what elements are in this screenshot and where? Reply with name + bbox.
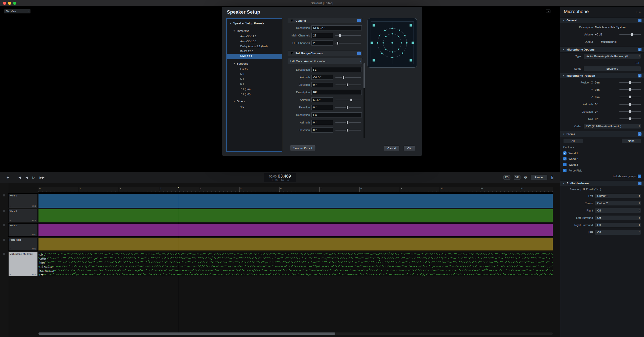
- solo-button[interactable]: S: [34, 248, 36, 250]
- waveform-row[interactable]: LFE: [38, 272, 553, 276]
- lfe-channels-field[interactable]: 2: [311, 40, 333, 46]
- gear-icon[interactable]: ⚙: [524, 175, 527, 180]
- fl-azimuth-field[interactable]: -52.5 °: [311, 75, 333, 80]
- tree-root-presets[interactable]: ▼ Speaker Setup Presets: [227, 21, 282, 26]
- info-icon[interactable]: i: [638, 132, 641, 136]
- disclosure-triangle-icon[interactable]: ▼: [230, 22, 232, 25]
- add-icon[interactable]: +: [10, 205, 11, 207]
- azimuth-slider[interactable]: [619, 104, 641, 105]
- track-handle[interactable]: [3, 224, 5, 226]
- capture-wand3-checkbox[interactable]: ✓: [563, 163, 567, 166]
- add-icon[interactable]: +: [10, 273, 11, 276]
- solo-button[interactable]: S: [34, 234, 36, 236]
- disclosure-triangle-icon[interactable]: ▼: [563, 49, 565, 51]
- track-lane-wand1[interactable]: [38, 193, 553, 208]
- track-header-multichannel-mic[interactable]: Multichannel Mic Syste +MS: [8, 252, 38, 276]
- preset-item[interactable]: Auro-3D 13.1: [227, 39, 282, 44]
- section-header-hardware[interactable]: ▼ Audio Hardware i: [560, 180, 644, 186]
- main-channels-field[interactable]: 22: [311, 33, 333, 38]
- preset-item[interactable]: 7.1 (3/4): [227, 87, 282, 92]
- position-x-slider[interactable]: [619, 82, 641, 83]
- preset-item[interactable]: Auro-3D 11.1: [227, 34, 282, 39]
- fast-forward-button[interactable]: ▶▶: [39, 176, 45, 179]
- preset-item[interactable]: 5.1: [227, 76, 282, 81]
- fr-elevation-field[interactable]: 0 °: [311, 105, 333, 110]
- mute-button[interactable]: M: [32, 205, 34, 207]
- stems-none-button[interactable]: None: [621, 138, 641, 143]
- section-header-stems[interactable]: ▼ Stems i: [560, 131, 644, 137]
- disclosure-triangle-icon[interactable]: ▼: [233, 100, 235, 103]
- fl-azimuth-slider[interactable]: [335, 77, 361, 78]
- dialog-section-full-range[interactable]: ▼ Full Range Channels i: [288, 51, 363, 56]
- stems-all-button[interactable]: All: [563, 138, 583, 143]
- slider-handle[interactable]: [346, 106, 349, 109]
- disclosure-triangle-icon[interactable]: ▼: [290, 51, 294, 56]
- waveform-row[interactable]: Right Surround: [38, 268, 553, 272]
- disclosure-triangle-icon[interactable]: ▼: [290, 18, 294, 23]
- fr-description-field[interactable]: FR: [311, 90, 362, 95]
- include-new-groups-checkbox[interactable]: ✓: [638, 175, 641, 178]
- fr-elevation-slider[interactable]: [335, 107, 361, 108]
- fc-description-field[interactable]: FC: [311, 112, 362, 117]
- dialog-section-general[interactable]: ▼ General i: [288, 18, 363, 23]
- disclosure-triangle-icon[interactable]: ▼: [233, 63, 235, 65]
- edit-mode-dropdown[interactable]: Edit Mode: Azimuth/Elevation ▲▼: [288, 58, 363, 64]
- waveform-row[interactable]: Left: [38, 252, 553, 256]
- minimize-window-button[interactable]: [8, 2, 11, 5]
- info-icon[interactable]: i: [357, 19, 361, 22]
- fc-elevation-field[interactable]: 0 °: [311, 128, 333, 133]
- center-output-dropdown[interactable]: Output 2 ▲▼: [595, 201, 641, 206]
- fc-azimuth-slider[interactable]: [335, 122, 361, 123]
- play-button[interactable]: ▷: [32, 176, 35, 179]
- setup-button[interactable]: Speakers: [583, 66, 641, 71]
- time-ruler[interactable]: 0 1 2 3 4 5 6 7 8 9 10 11 12 13: [38, 187, 553, 193]
- section-header-options[interactable]: ▼ Microphone Options i: [560, 47, 644, 53]
- capture-wand1-checkbox[interactable]: ✓: [563, 151, 567, 155]
- scrollbar-thumb[interactable]: [364, 63, 365, 88]
- add-icon[interactable]: +: [10, 234, 11, 236]
- mute-button[interactable]: M: [32, 273, 34, 276]
- display-icon[interactable]: [546, 10, 550, 13]
- skip-to-start-button[interactable]: |◀: [18, 176, 21, 179]
- fl-description-field[interactable]: FL: [311, 67, 362, 72]
- preset-item[interactable]: 6.1: [227, 81, 282, 87]
- scrollbar-thumb[interactable]: [38, 332, 335, 335]
- info-icon[interactable]: i: [638, 182, 641, 185]
- waveform-row[interactable]: Left Surround: [38, 264, 553, 268]
- slider-handle[interactable]: [346, 83, 349, 87]
- elevation-slider[interactable]: [619, 111, 641, 112]
- disclosure-triangle-icon[interactable]: ▼: [563, 182, 565, 185]
- view-mode-dropdown[interactable]: Top View ▲▼: [4, 9, 31, 14]
- fr-azimuth-slider[interactable]: [335, 100, 361, 100]
- order-dropdown[interactable]: ZXY (Roll/Elevation/Azimuth) ▲▼: [583, 124, 641, 129]
- dialog-scrollbar[interactable]: [364, 63, 365, 138]
- add-object-button[interactable]: +: [7, 175, 9, 180]
- cancel-button[interactable]: Cancel: [384, 145, 399, 151]
- lfe-channels-slider[interactable]: [335, 43, 361, 44]
- slider-handle[interactable]: [629, 110, 631, 113]
- info-icon[interactable]: i: [357, 52, 361, 55]
- slider-handle[interactable]: [336, 41, 339, 45]
- fl-elevation-field[interactable]: 0 °: [311, 82, 333, 87]
- waveform-row[interactable]: Right: [38, 260, 553, 264]
- slider-handle[interactable]: [346, 129, 349, 132]
- position-z-slider[interactable]: [619, 97, 641, 97]
- slider-handle[interactable]: [339, 34, 341, 37]
- capture-wand2-checkbox[interactable]: ✓: [563, 157, 567, 160]
- track-header-wand3[interactable]: Wand 3 +MS: [8, 223, 38, 237]
- track-header-wand2[interactable]: Wand 2 +MS: [8, 209, 38, 222]
- horizontal-scrollbar[interactable]: [38, 332, 553, 335]
- preset-item[interactable]: Dolby Atmos 9.1 (bed): [227, 44, 282, 49]
- left-output-dropdown[interactable]: Output 1 ▲▼: [595, 193, 641, 198]
- preset-item[interactable]: IMAX 12.0: [227, 49, 282, 54]
- slider-handle[interactable]: [631, 33, 633, 36]
- tree-group-surround[interactable]: ▼ Surround: [227, 61, 282, 66]
- mute-button[interactable]: M: [32, 219, 34, 222]
- info-icon[interactable]: i: [638, 74, 641, 77]
- tree-group-immersive[interactable]: ▼ Immersive: [227, 28, 282, 34]
- right-output-dropdown[interactable]: Off ▲▼: [595, 208, 641, 213]
- preset-item[interactable]: 4.0: [227, 104, 282, 109]
- disclosure-triangle-icon[interactable]: ▼: [563, 75, 565, 77]
- track-lane-forcefield[interactable]: [38, 238, 553, 251]
- slider-handle[interactable]: [346, 121, 349, 124]
